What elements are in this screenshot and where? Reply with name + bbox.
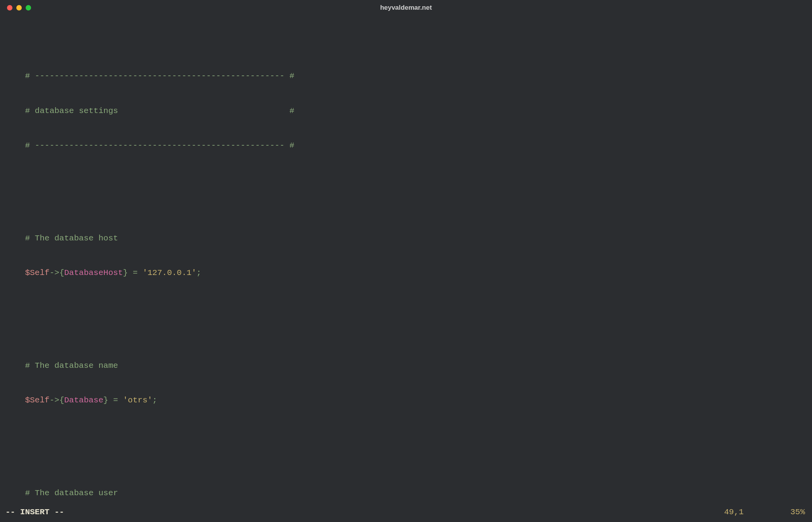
scroll-percent: 35% (790, 506, 805, 518)
section-header: # database settings # (25, 106, 294, 115)
comment-rule: # --------------------------------------… (25, 141, 294, 150)
comment: # The database name (25, 361, 118, 370)
comment: # The database user (25, 489, 118, 498)
zoom-icon[interactable] (26, 5, 31, 10)
var-self: $Self (25, 268, 49, 277)
blank-line (0, 186, 812, 198)
blank-line (0, 313, 812, 325)
traffic-lights (7, 5, 31, 10)
window-title: heyvaldemar.net (0, 3, 812, 12)
value-database: 'otrs' (123, 396, 152, 405)
blank-line (0, 441, 812, 452)
comment: # The database host (25, 234, 118, 243)
vim-mode: -- INSERT -- (5, 506, 64, 518)
code-line: $Self->{DatabaseHost} = '127.0.0.1'; (0, 267, 812, 279)
value-host: '127.0.0.1' (143, 268, 197, 277)
code-line: # The database host (0, 233, 812, 244)
cursor-position: 49,1 (724, 506, 744, 518)
code-line: # The database name (0, 360, 812, 372)
key-database: Database (64, 396, 103, 405)
titlebar: heyvaldemar.net (0, 0, 812, 16)
minimize-icon[interactable] (16, 5, 22, 10)
code-line: # --------------------------------------… (0, 140, 812, 151)
close-icon[interactable] (7, 5, 12, 10)
code-line: $Self->{Database} = 'otrs'; (0, 395, 812, 406)
vim-status-bar: -- INSERT -- 49,1 35% (0, 506, 812, 522)
code-line: # The database user (0, 487, 812, 499)
code-line: # --------------------------------------… (0, 70, 812, 82)
code-line: # database settings # (0, 105, 812, 117)
terminal-window: heyvaldemar.net # ----------------------… (0, 0, 812, 522)
editor-area[interactable]: # --------------------------------------… (0, 16, 812, 506)
comment-rule: # --------------------------------------… (25, 71, 294, 80)
key-databasehost: DatabaseHost (64, 268, 123, 277)
